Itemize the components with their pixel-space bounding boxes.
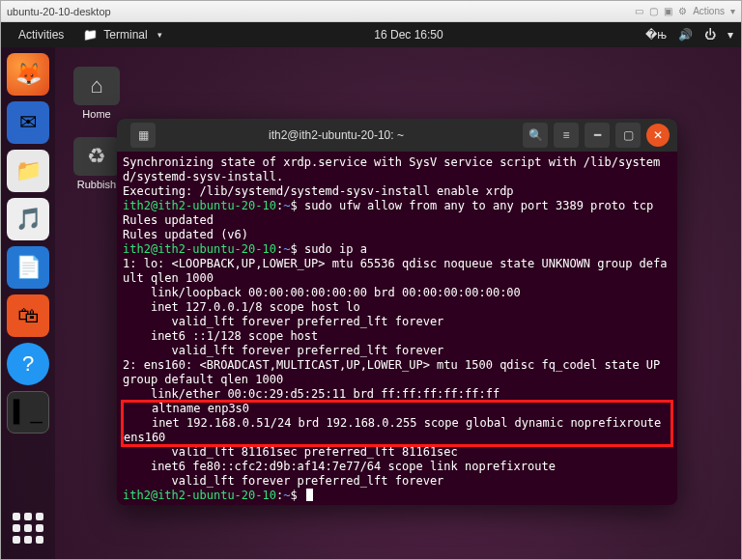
terminal-titlebar[interactable]: ▦ ith2@ith2-ubuntu-20-10: ~ 🔍 ≡ ━ ▢ ✕ xyxy=(117,119,677,152)
app-menu[interactable]: Terminal xyxy=(73,28,171,42)
dock-files[interactable]: 📁 xyxy=(7,150,49,192)
search-button[interactable]: 🔍 xyxy=(523,123,548,148)
terminal-output[interactable]: Synchronizing state of xrdp.service with… xyxy=(117,152,677,505)
vm-max-icon[interactable]: ▢ xyxy=(649,6,658,16)
terminal-window: ▦ ith2@ith2-ubuntu-20-10: ~ 🔍 ≡ ━ ▢ ✕ Sy… xyxy=(117,119,677,505)
vm-titlebar[interactable]: ubuntu-20-10-desktop ▭ ▢ ▣ ⚙ Actions ▾ xyxy=(1,1,741,22)
terminal-cursor xyxy=(306,489,313,501)
vm-title: ubuntu-20-10-desktop xyxy=(7,6,111,17)
chevron-down-icon[interactable]: ▾ xyxy=(728,28,733,42)
desktop-home-label: Home xyxy=(82,108,110,120)
vm-close-icon[interactable]: ▣ xyxy=(664,6,672,16)
app-menu-label: Terminal xyxy=(103,28,147,42)
maximize-button[interactable]: ▢ xyxy=(615,123,641,148)
ubuntu-desktop: Activities Terminal 16 Dec 16:50 �њ 🔊 ⏻ … xyxy=(1,22,741,559)
dock: 🦊 ✉ 📁 🎵 📄 🛍 ? ▍_ xyxy=(1,47,55,559)
clock[interactable]: 16 Dec 16:50 xyxy=(172,28,646,42)
network-icon[interactable]: �њ xyxy=(645,28,667,42)
dock-software[interactable]: 🛍 xyxy=(7,294,49,337)
desktop-home-folder[interactable]: ⌂ Home xyxy=(69,67,125,120)
dock-terminal[interactable]: ▍_ xyxy=(7,391,49,434)
show-applications-button[interactable] xyxy=(7,507,49,549)
dock-rhythmbox[interactable]: 🎵 xyxy=(7,198,49,240)
vm-actions-label[interactable]: Actions xyxy=(693,6,725,16)
dock-firefox[interactable]: 🦊 xyxy=(7,53,49,96)
new-tab-button[interactable]: ▦ xyxy=(130,123,156,148)
minimize-button[interactable]: ━ xyxy=(585,123,610,148)
chevron-down-icon[interactable]: ▾ xyxy=(730,6,735,16)
hamburger-menu-button[interactable]: ≡ xyxy=(554,123,579,148)
gnome-topbar: Activities Terminal 16 Dec 16:50 �њ 🔊 ⏻ … xyxy=(1,22,741,47)
vm-window-frame: ubuntu-20-10-desktop ▭ ▢ ▣ ⚙ Actions ▾ A… xyxy=(0,0,742,560)
vm-min-icon[interactable]: ▭ xyxy=(635,6,643,16)
dock-thunderbird[interactable]: ✉ xyxy=(7,101,49,144)
home-icon: ⌂ xyxy=(73,67,120,105)
trash-icon: ♻ xyxy=(73,137,120,176)
terminal-title: ith2@ith2-ubuntu-20-10: ~ xyxy=(156,128,517,142)
dock-libreoffice[interactable]: 📄 xyxy=(7,246,49,289)
volume-icon[interactable]: 🔊 xyxy=(678,28,693,42)
gear-icon[interactable]: ⚙ xyxy=(678,6,687,16)
power-icon[interactable]: ⏻ xyxy=(704,28,716,42)
dock-help[interactable]: ? xyxy=(7,343,49,385)
desktop-rubbish-label: Rubbish xyxy=(77,179,116,190)
close-button[interactable]: ✕ xyxy=(646,124,670,147)
terminal-app-icon xyxy=(83,28,98,42)
highlighted-ip-output: altname enp3s0 inet 192.168.0.51/24 brd … xyxy=(123,402,671,445)
activities-button[interactable]: Activities xyxy=(9,28,73,42)
